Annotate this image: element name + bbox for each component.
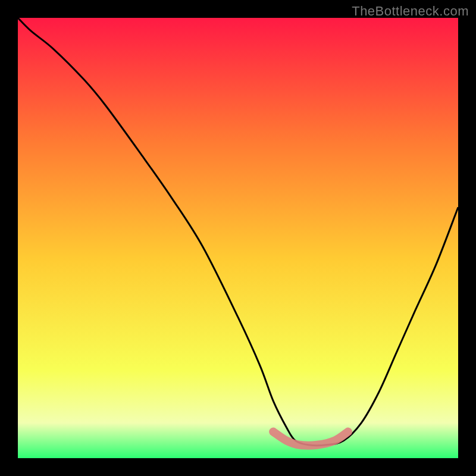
chart-container: TheBottleneck.com	[0, 0, 476, 476]
bottleneck-chart	[18, 18, 458, 458]
watermark-text: TheBottleneck.com	[352, 4, 469, 19]
plot-background	[18, 18, 458, 458]
